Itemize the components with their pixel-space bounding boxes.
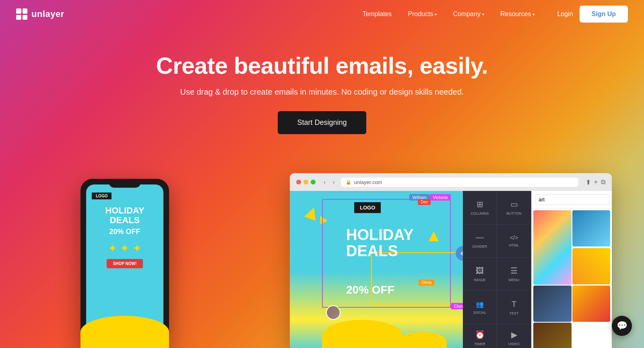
move-handle[interactable]: ✥ — [456, 246, 463, 261]
clara-badge: Clara — [451, 303, 463, 309]
sidebar-video-label: VIDEO — [508, 342, 520, 346]
image-grid — [532, 209, 612, 348]
image-thumb-2[interactable] — [572, 210, 611, 246]
browser-bar: ‹ › 🔒 unlayer.com ⬆ + ⧉ — [290, 173, 612, 191]
image-thumb-3[interactable] — [572, 248, 611, 284]
chat-icon: 💬 — [617, 321, 627, 331]
nav-company[interactable]: Company ▾ — [446, 7, 490, 21]
sidebar-html-label: HTML — [509, 243, 519, 247]
inner-selection[interactable]: Clara — [371, 252, 463, 304]
nav-links: Templates Products ▾ Company ▾ Resources… — [356, 7, 541, 21]
sidebar-button-label: BUTTON — [507, 211, 522, 215]
browser-nav: ‹ › — [321, 178, 337, 186]
nav-products[interactable]: Products ▾ — [401, 7, 443, 21]
hero-section: unlayer Templates Products ▾ Company ▾ R… — [0, 0, 644, 348]
sidebar-menu[interactable]: ☰ MENU — [497, 258, 531, 291]
image-thumb-5[interactable] — [572, 286, 611, 322]
sidebar-social-label: SOCIAL — [473, 311, 486, 315]
phone-percent: 20% OFF — [109, 228, 140, 236]
company-chevron-icon: ▾ — [482, 12, 484, 17]
sidebar-video[interactable]: ▶ VIDEO — [497, 324, 531, 348]
browser-actions: ⬆ + ⧉ — [586, 178, 605, 186]
olivia-badge: Olivia — [419, 280, 434, 286]
browser-dots — [296, 180, 316, 184]
cta-start-designing[interactable]: Start Designing — [278, 111, 366, 134]
browser-share-icon[interactable]: ⬆ — [586, 178, 591, 186]
sidebar-menu-label: MENU — [509, 278, 520, 282]
phone-shop-button[interactable]: SHOP NOW! — [107, 259, 143, 268]
navbar: unlayer Templates Products ▾ Company ▾ R… — [0, 0, 644, 28]
victoria-badge: Victoria — [430, 194, 451, 201]
sidebar-divider[interactable]: — DIVIDER — [463, 224, 497, 258]
sidebar-columns[interactable]: ⊞ COLUMNS — [463, 191, 497, 224]
sidebar-timer[interactable]: ⏰ TIMER — [463, 324, 497, 348]
email-percent: 20% OFF — [346, 284, 394, 296]
phone-headline: HOLIDAY DEALS — [92, 206, 158, 225]
chat-button[interactable]: 💬 — [612, 316, 632, 336]
browser-url-bar[interactable]: 🔒 unlayer.com — [341, 178, 578, 187]
text-icon: T — [512, 300, 516, 309]
dev-badge: Dev — [418, 199, 431, 205]
phone-mockup: LOGO HOLIDAY DEALS 20% OFF ✦ ✦ ✦ SHOP NO… — [80, 179, 169, 348]
login-button[interactable]: Login — [557, 10, 573, 18]
editor-sidebar: ⊞ COLUMNS ▭ BUTTON — DIVIDER </> HTML 🖼 — [463, 191, 531, 348]
video-icon: ▶ — [511, 330, 517, 340]
yellow-blob — [322, 320, 402, 348]
email-logo: LOGO — [354, 202, 381, 213]
image-icon: 🖼 — [476, 266, 484, 276]
nav-auth: Login Sign Up — [557, 6, 628, 23]
browser-newtab-icon[interactable]: + — [594, 178, 598, 186]
nav-templates[interactable]: Templates — [356, 7, 398, 21]
sidebar-image-label: IMAGE — [474, 278, 485, 282]
sidebar-button[interactable]: ▭ BUTTON — [497, 191, 531, 224]
image-search-input[interactable] — [535, 194, 610, 205]
logo-text: unlayer — [31, 9, 64, 19]
signup-button[interactable]: Sign Up — [580, 6, 628, 23]
sidebar-image[interactable]: 🖼 IMAGE — [463, 258, 497, 291]
phone-notch — [109, 179, 141, 188]
browser-minimize-dot[interactable] — [303, 180, 308, 184]
products-chevron-icon: ▾ — [435, 12, 437, 17]
browser-forward-button[interactable]: › — [330, 178, 337, 186]
hero-title: Create beautiful emails, easily. — [141, 52, 503, 79]
canvas-area[interactable]: LOGO Dev William Victoria Clara ✥ — [290, 191, 463, 348]
menu-icon: ☰ — [510, 266, 518, 276]
phone-decorative-arrows: ✦ ✦ ✦ — [108, 242, 142, 255]
deco-triangle-1 — [304, 205, 320, 221]
browser-tabview-icon[interactable]: ⧉ — [601, 178, 605, 186]
sidebar-social[interactable]: 👥 SOCIAL — [463, 291, 497, 324]
button-icon: ▭ — [510, 199, 518, 209]
browser-close-dot[interactable] — [296, 180, 301, 184]
social-icon: 👥 — [476, 300, 484, 308]
hero-content: Create beautiful emails, easily. Use dra… — [141, 52, 503, 134]
sidebar-text[interactable]: T TEXT — [497, 291, 531, 324]
image-panel: ✕ — [531, 191, 612, 348]
browser-url-text: unlayer.com — [354, 179, 382, 185]
columns-icon: ⊞ — [477, 199, 483, 209]
nav-resources[interactable]: Resources ▾ — [494, 7, 541, 21]
deco-triangle-3 — [429, 231, 439, 241]
sidebar-divider-label: DIVIDER — [473, 244, 487, 249]
email-template: LOGO Dev William Victoria Clara ✥ — [290, 191, 463, 348]
image-thumb-1[interactable] — [533, 210, 572, 285]
deco-triangle-2 — [316, 213, 327, 224]
logo-grid-icon — [16, 8, 27, 20]
sidebar-text-label: TEXT — [509, 311, 518, 315]
phone-screen: LOGO HOLIDAY DEALS 20% OFF ✦ ✦ ✦ SHOP NO… — [86, 184, 163, 342]
image-thumb-6[interactable] — [533, 323, 572, 348]
editor-area: LOGO Dev William Victoria Clara ✥ — [290, 191, 612, 348]
phone-logo: LOGO — [92, 193, 111, 199]
yellow-blob-2 — [398, 332, 447, 348]
divider-icon: — — [476, 233, 484, 242]
image-thumb-4[interactable] — [533, 286, 572, 322]
sidebar-columns-label: COLUMNS — [471, 211, 489, 215]
browser-back-button[interactable]: ‹ — [321, 178, 328, 186]
sidebar-html[interactable]: </> HTML — [497, 224, 531, 258]
image-search-bar[interactable]: ✕ — [532, 191, 612, 209]
sidebar-timer-label: TIMER — [474, 342, 485, 346]
browser-mockup: ‹ › 🔒 unlayer.com ⬆ + ⧉ — [290, 173, 612, 348]
logo[interactable]: unlayer — [16, 8, 64, 20]
hero-subtitle: Use drag & drop to create emails in minu… — [141, 87, 503, 97]
user-avatar-bottom — [326, 305, 341, 320]
browser-maximize-dot[interactable] — [311, 180, 316, 184]
